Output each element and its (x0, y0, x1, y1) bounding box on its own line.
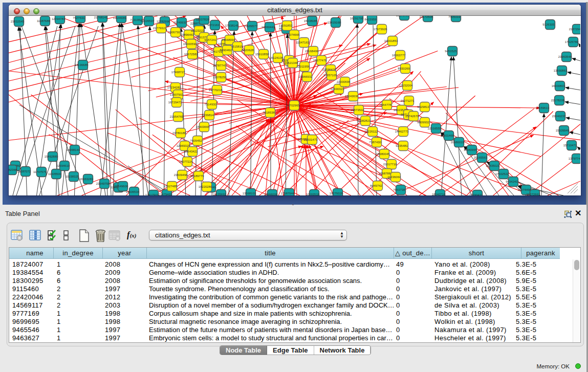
svg-text:22390437: 22390437 (469, 193, 483, 195)
svg-text:16363777: 16363777 (392, 54, 406, 57)
svg-text:21768141: 21768141 (94, 16, 108, 19)
svg-text:18966006: 18966006 (264, 193, 278, 195)
svg-text:12417901: 12417901 (145, 193, 159, 195)
svg-text:23189577: 23189577 (244, 25, 258, 28)
svg-text:16074665: 16074665 (286, 33, 300, 36)
svg-text:7514930: 7514930 (204, 103, 216, 106)
svg-text:11387686: 11387686 (37, 19, 51, 23)
svg-text:9429813: 9429813 (417, 105, 429, 108)
svg-text:11082821: 11082821 (357, 119, 371, 122)
svg-text:16077224: 16077224 (179, 160, 193, 163)
svg-text:22000695: 22000695 (337, 80, 351, 83)
svg-text:21872948: 21872948 (569, 28, 580, 31)
svg-text:23966932: 23966932 (299, 75, 313, 78)
svg-text:15243636: 15243636 (345, 95, 359, 98)
svg-text:8690462: 8690462 (220, 49, 232, 52)
svg-text:23349758: 23349758 (96, 182, 110, 185)
svg-text:8239814: 8239814 (202, 114, 214, 117)
svg-text:13078250: 13078250 (213, 76, 227, 79)
svg-text:12011956: 12011956 (296, 65, 310, 68)
svg-text:22178206: 22178206 (551, 99, 565, 102)
svg-text:16291795: 16291795 (350, 17, 364, 20)
svg-text:15403665: 15403665 (196, 125, 210, 128)
svg-text:23609496: 23609496 (174, 173, 188, 177)
svg-text:23780188: 23780188 (172, 132, 186, 135)
svg-text:22016555: 22016555 (428, 127, 442, 130)
svg-text:20980019: 20980019 (451, 141, 465, 144)
svg-text:13568101: 13568101 (243, 192, 256, 195)
svg-text:15000590: 15000590 (183, 42, 197, 46)
svg-text:20549606: 20549606 (115, 185, 128, 188)
svg-text:7627631: 7627631 (73, 16, 85, 19)
svg-text:11347163: 11347163 (296, 41, 310, 44)
svg-text:10560441: 10560441 (262, 26, 275, 29)
svg-text:15677478: 15677478 (313, 59, 327, 62)
svg-text:12782996: 12782996 (157, 20, 170, 23)
svg-text:22226112: 22226112 (364, 130, 378, 133)
svg-text:14702965: 14702965 (286, 104, 300, 107)
svg-text:14506534: 14506534 (126, 190, 140, 193)
svg-text:9809932: 9809932 (417, 121, 429, 124)
svg-text:11605500: 11605500 (48, 172, 62, 176)
svg-text:13419168: 13419168 (328, 21, 341, 24)
svg-text:9453525: 9453525 (445, 50, 457, 53)
svg-text:20621348: 20621348 (285, 61, 298, 64)
svg-text:14368144: 14368144 (67, 148, 80, 151)
svg-text:7609452: 7609452 (190, 139, 202, 142)
svg-text:18380045: 18380045 (376, 152, 390, 156)
svg-text:23832545: 23832545 (11, 20, 25, 23)
svg-text:17602522: 17602522 (495, 172, 509, 176)
svg-text:11749930: 11749930 (173, 21, 187, 24)
svg-text:11080955: 11080955 (464, 148, 477, 151)
svg-text:13091853: 13091853 (279, 24, 293, 27)
svg-text:7564778: 7564778 (379, 103, 391, 106)
svg-text:8449742: 8449742 (370, 184, 382, 187)
svg-text:21954769: 21954769 (170, 115, 184, 118)
svg-text:13357105: 13357105 (323, 74, 337, 77)
svg-text:9434243: 9434243 (506, 180, 518, 183)
svg-text:9072163: 9072163 (207, 24, 220, 27)
svg-text:18123223: 18123223 (191, 29, 205, 32)
svg-text:7935019: 7935019 (448, 16, 461, 18)
svg-text:18340716: 18340716 (432, 193, 446, 195)
svg-text:17159613: 17159613 (536, 106, 550, 110)
svg-text:15787747: 15787747 (213, 64, 227, 67)
svg-text:21271271: 21271271 (401, 99, 415, 102)
svg-text:17973926: 17973926 (374, 28, 387, 31)
svg-text:17938145: 17938145 (225, 24, 239, 27)
svg-text:12094783: 12094783 (52, 17, 66, 20)
svg-text:13152004: 13152004 (399, 84, 413, 87)
svg-text:11797579: 11797579 (33, 170, 47, 173)
svg-text:21479469: 21479469 (159, 193, 172, 195)
svg-text:7387430: 7387430 (369, 141, 381, 144)
svg-text:19287072: 19287072 (17, 170, 31, 173)
svg-text:12182368: 12182368 (9, 168, 17, 171)
svg-text:7653738: 7653738 (393, 188, 405, 191)
svg-text:22694610: 22694610 (56, 164, 70, 167)
svg-text:15492889: 15492889 (45, 155, 58, 158)
svg-text:10279787: 10279787 (396, 16, 410, 17)
svg-text:20363283: 20363283 (80, 178, 94, 181)
svg-text:20165563: 20165563 (474, 156, 488, 159)
svg-text:8930269: 8930269 (398, 67, 410, 70)
svg-text:22172506: 22172506 (420, 16, 433, 18)
svg-text:13690861: 13690861 (554, 69, 568, 72)
svg-text:9235481: 9235481 (396, 144, 408, 147)
svg-text:10158325: 10158325 (66, 175, 79, 178)
svg-text:22930323: 22930323 (331, 87, 344, 91)
svg-text:21168499: 21168499 (305, 50, 319, 53)
svg-text:21135692: 21135692 (213, 193, 227, 195)
svg-text:10093518: 10093518 (306, 193, 320, 195)
svg-text:18643422: 18643422 (184, 150, 198, 153)
svg-text:19896463: 19896463 (181, 33, 194, 36)
svg-text:23040237: 23040237 (552, 115, 566, 118)
svg-text:15710471: 15710471 (563, 144, 577, 147)
svg-text:15873502: 15873502 (351, 108, 364, 112)
svg-text:8415959: 8415959 (364, 18, 377, 21)
svg-text:15074496: 15074496 (518, 188, 532, 191)
svg-text:7606730: 7606730 (168, 31, 180, 34)
svg-text:14462773: 14462773 (395, 130, 409, 133)
svg-text:9820628: 9820628 (242, 49, 254, 52)
svg-text:12026537: 12026537 (141, 19, 155, 23)
svg-text:17925780: 17925780 (565, 40, 579, 43)
